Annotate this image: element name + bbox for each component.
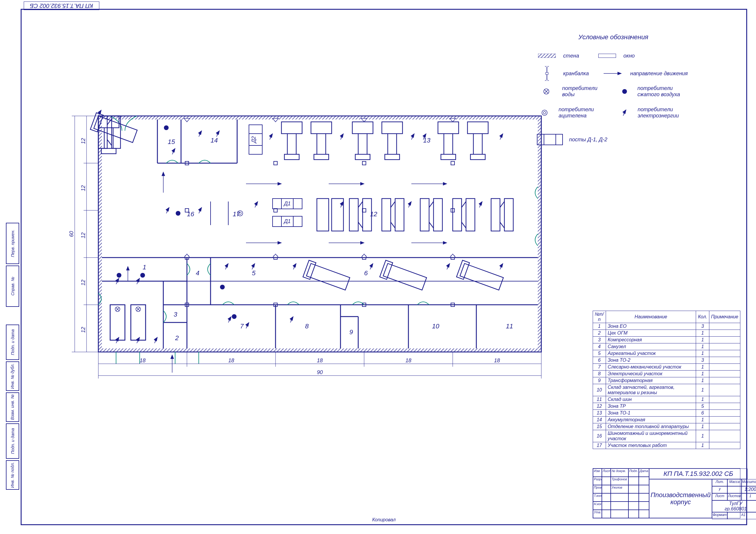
svg-text:12: 12 xyxy=(80,138,86,144)
svg-text:12: 12 xyxy=(80,185,86,191)
svg-rect-6 xyxy=(98,116,541,352)
svg-rect-143 xyxy=(546,73,548,74)
svg-point-77 xyxy=(117,273,122,278)
svg-point-79 xyxy=(176,211,180,216)
svg-text:4: 4 xyxy=(196,269,199,277)
svg-text:Д2: Д2 xyxy=(251,136,256,144)
svg-text:3: 3 xyxy=(174,311,177,318)
svg-text:Д1: Д1 xyxy=(284,201,291,207)
spec-table: №п/п Наименование Кол. Примечание 1Зона … xyxy=(593,311,740,449)
svg-text:16: 16 xyxy=(187,210,194,218)
svg-rect-8 xyxy=(274,161,277,165)
table-row: 6Зона ТО-23 xyxy=(593,357,740,364)
svg-text:15: 15 xyxy=(168,138,175,145)
table-row: 10Склад запчастей, агрегатов, материалов… xyxy=(593,384,740,396)
svg-text:9: 9 xyxy=(349,328,353,336)
svg-text:14: 14 xyxy=(210,137,218,144)
drawing-title: Ппоизводственный корпус xyxy=(649,479,712,518)
table-row: 5Агрегатный участок1 xyxy=(593,350,740,357)
svg-rect-48 xyxy=(101,148,116,154)
svg-rect-141 xyxy=(598,54,616,58)
svg-rect-69 xyxy=(110,305,125,340)
table-row: 14Аккумуляторная1 xyxy=(593,417,740,423)
svg-point-146 xyxy=(622,89,627,94)
svg-rect-70 xyxy=(131,305,146,340)
table-row: 8Электрический участок1 xyxy=(593,370,740,377)
drawing-code: КП ПА.Т.15.932.002 СБ xyxy=(649,469,747,479)
table-row: 1Зона ЕО3 xyxy=(593,323,740,330)
svg-text:18: 18 xyxy=(228,358,234,364)
title-block: ИзмЛист№ докум.Подп.Дата Разраб.Трифонов… xyxy=(593,468,740,518)
gost-sidebar: Инв. № подл. Подп. и дата Взам. инв. № И… xyxy=(6,9,19,525)
svg-point-78 xyxy=(140,273,145,278)
svg-text:12: 12 xyxy=(80,280,86,286)
svg-text:6: 6 xyxy=(364,269,368,277)
table-row: 15Отделение топливной аппаратуры1 xyxy=(593,423,740,430)
svg-rect-140 xyxy=(538,54,556,58)
svg-text:1: 1 xyxy=(143,264,146,271)
svg-rect-2 xyxy=(98,116,541,119)
table-row: 9Трансформаторная1 xyxy=(593,377,740,384)
svg-text:5: 5 xyxy=(252,269,256,277)
svg-text:60: 60 xyxy=(68,231,74,237)
table-row: 3Компрессорная1 xyxy=(593,337,740,343)
table-row: 16Шиномотажный и шиноремонтный участок1 xyxy=(593,430,740,442)
svg-point-148 xyxy=(543,112,546,114)
svg-text:12: 12 xyxy=(370,210,377,218)
svg-point-81 xyxy=(232,314,236,319)
svg-rect-57 xyxy=(317,198,329,231)
svg-text:11: 11 xyxy=(506,322,513,330)
floor-plan: Д2 xyxy=(63,98,580,452)
table-row: 17Участок тепловых работ1 xyxy=(593,442,740,449)
legend: Условные обозначения стена окно кранбалк… xyxy=(537,33,690,151)
svg-text:Д1: Д1 xyxy=(284,218,291,224)
bottom-label: Копировал xyxy=(372,517,396,522)
table-row: 7Слесарно-механический участок1 xyxy=(593,364,740,370)
svg-rect-5 xyxy=(538,116,541,352)
svg-text:17: 17 xyxy=(233,210,240,218)
svg-text:12: 12 xyxy=(80,327,86,333)
svg-text:12: 12 xyxy=(80,233,86,239)
svg-rect-10 xyxy=(451,161,454,165)
svg-text:2: 2 xyxy=(175,334,179,342)
svg-text:18: 18 xyxy=(494,358,500,364)
svg-text:13: 13 xyxy=(423,137,431,144)
svg-point-147 xyxy=(542,110,547,115)
svg-text:18: 18 xyxy=(317,358,323,364)
svg-text:7: 7 xyxy=(240,322,244,330)
svg-text:18: 18 xyxy=(140,358,146,364)
table-row: 4Санузел1 xyxy=(593,343,740,350)
svg-text:90: 90 xyxy=(317,369,323,375)
svg-text:8: 8 xyxy=(305,322,309,330)
svg-rect-72 xyxy=(110,305,125,340)
svg-text:18: 18 xyxy=(405,358,411,364)
svg-point-80 xyxy=(220,285,225,290)
svg-text:10: 10 xyxy=(432,322,440,330)
table-row: 2Цех ОГМ1 xyxy=(593,330,740,337)
table-row: 13Зона ТО-16 xyxy=(593,410,740,417)
table-row: 12Зона ТР5 xyxy=(593,403,740,410)
svg-rect-3 xyxy=(98,348,541,352)
svg-line-56 xyxy=(107,140,112,145)
svg-rect-149 xyxy=(537,134,563,145)
legend-title: Условные обозначения xyxy=(537,33,690,41)
table-row: 11Склад шин1 xyxy=(593,396,740,403)
svg-point-76 xyxy=(164,125,169,130)
svg-rect-73 xyxy=(131,305,146,340)
svg-rect-9 xyxy=(362,161,366,165)
svg-rect-58 xyxy=(332,198,343,231)
drawing-frame: Д2 xyxy=(21,9,747,525)
